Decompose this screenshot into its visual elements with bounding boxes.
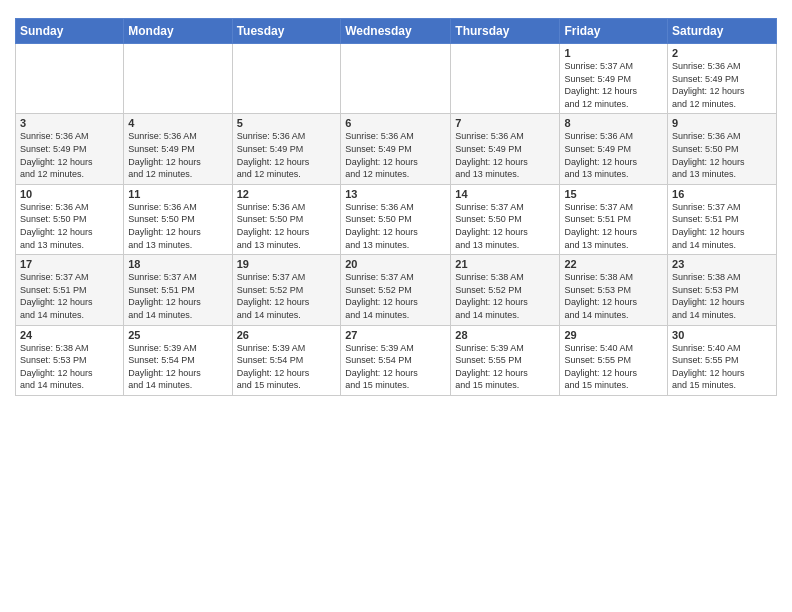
calendar-cell: 25Sunrise: 5:39 AM Sunset: 5:54 PM Dayli…	[124, 325, 232, 395]
day-info: Sunrise: 5:36 AM Sunset: 5:50 PM Dayligh…	[128, 201, 227, 251]
calendar-week-row: 3Sunrise: 5:36 AM Sunset: 5:49 PM Daylig…	[16, 114, 777, 184]
day-info: Sunrise: 5:38 AM Sunset: 5:52 PM Dayligh…	[455, 271, 555, 321]
calendar-table: SundayMondayTuesdayWednesdayThursdayFrid…	[15, 18, 777, 396]
day-info: Sunrise: 5:36 AM Sunset: 5:50 PM Dayligh…	[672, 130, 772, 180]
day-number: 1	[564, 47, 663, 59]
calendar-cell: 2Sunrise: 5:36 AM Sunset: 5:49 PM Daylig…	[668, 44, 777, 114]
calendar-cell: 22Sunrise: 5:38 AM Sunset: 5:53 PM Dayli…	[560, 255, 668, 325]
day-number: 20	[345, 258, 446, 270]
calendar-cell: 14Sunrise: 5:37 AM Sunset: 5:50 PM Dayli…	[451, 184, 560, 254]
day-number: 10	[20, 188, 119, 200]
day-info: Sunrise: 5:39 AM Sunset: 5:55 PM Dayligh…	[455, 342, 555, 392]
day-info: Sunrise: 5:36 AM Sunset: 5:50 PM Dayligh…	[237, 201, 337, 251]
day-info: Sunrise: 5:37 AM Sunset: 5:51 PM Dayligh…	[672, 201, 772, 251]
day-info: Sunrise: 5:40 AM Sunset: 5:55 PM Dayligh…	[564, 342, 663, 392]
day-info: Sunrise: 5:37 AM Sunset: 5:51 PM Dayligh…	[128, 271, 227, 321]
calendar-cell: 29Sunrise: 5:40 AM Sunset: 5:55 PM Dayli…	[560, 325, 668, 395]
calendar-cell: 6Sunrise: 5:36 AM Sunset: 5:49 PM Daylig…	[341, 114, 451, 184]
calendar-cell: 23Sunrise: 5:38 AM Sunset: 5:53 PM Dayli…	[668, 255, 777, 325]
calendar-cell: 1Sunrise: 5:37 AM Sunset: 5:49 PM Daylig…	[560, 44, 668, 114]
day-info: Sunrise: 5:36 AM Sunset: 5:49 PM Dayligh…	[672, 60, 772, 110]
weekday-header: Tuesday	[232, 19, 341, 44]
day-number: 5	[237, 117, 337, 129]
day-number: 21	[455, 258, 555, 270]
calendar-cell: 30Sunrise: 5:40 AM Sunset: 5:55 PM Dayli…	[668, 325, 777, 395]
day-info: Sunrise: 5:36 AM Sunset: 5:49 PM Dayligh…	[455, 130, 555, 180]
calendar-cell: 28Sunrise: 5:39 AM Sunset: 5:55 PM Dayli…	[451, 325, 560, 395]
calendar-cell: 19Sunrise: 5:37 AM Sunset: 5:52 PM Dayli…	[232, 255, 341, 325]
calendar-cell	[341, 44, 451, 114]
day-number: 27	[345, 329, 446, 341]
day-number: 29	[564, 329, 663, 341]
calendar-week-row: 24Sunrise: 5:38 AM Sunset: 5:53 PM Dayli…	[16, 325, 777, 395]
day-info: Sunrise: 5:36 AM Sunset: 5:49 PM Dayligh…	[345, 130, 446, 180]
calendar-cell: 17Sunrise: 5:37 AM Sunset: 5:51 PM Dayli…	[16, 255, 124, 325]
day-number: 12	[237, 188, 337, 200]
weekday-header: Monday	[124, 19, 232, 44]
calendar-cell: 10Sunrise: 5:36 AM Sunset: 5:50 PM Dayli…	[16, 184, 124, 254]
calendar-cell: 16Sunrise: 5:37 AM Sunset: 5:51 PM Dayli…	[668, 184, 777, 254]
calendar-cell: 12Sunrise: 5:36 AM Sunset: 5:50 PM Dayli…	[232, 184, 341, 254]
day-number: 7	[455, 117, 555, 129]
calendar-cell: 4Sunrise: 5:36 AM Sunset: 5:49 PM Daylig…	[124, 114, 232, 184]
weekday-header: Thursday	[451, 19, 560, 44]
calendar-cell	[232, 44, 341, 114]
day-number: 18	[128, 258, 227, 270]
weekday-header: Wednesday	[341, 19, 451, 44]
day-info: Sunrise: 5:37 AM Sunset: 5:51 PM Dayligh…	[20, 271, 119, 321]
calendar-cell: 24Sunrise: 5:38 AM Sunset: 5:53 PM Dayli…	[16, 325, 124, 395]
calendar-cell: 3Sunrise: 5:36 AM Sunset: 5:49 PM Daylig…	[16, 114, 124, 184]
day-number: 26	[237, 329, 337, 341]
day-info: Sunrise: 5:37 AM Sunset: 5:49 PM Dayligh…	[564, 60, 663, 110]
page: General Blue SundayMondayTuesdayWednesda…	[0, 0, 792, 411]
day-info: Sunrise: 5:36 AM Sunset: 5:49 PM Dayligh…	[237, 130, 337, 180]
day-number: 15	[564, 188, 663, 200]
calendar-cell: 8Sunrise: 5:36 AM Sunset: 5:49 PM Daylig…	[560, 114, 668, 184]
day-info: Sunrise: 5:40 AM Sunset: 5:55 PM Dayligh…	[672, 342, 772, 392]
calendar-cell: 26Sunrise: 5:39 AM Sunset: 5:54 PM Dayli…	[232, 325, 341, 395]
day-number: 22	[564, 258, 663, 270]
calendar-cell: 15Sunrise: 5:37 AM Sunset: 5:51 PM Dayli…	[560, 184, 668, 254]
weekday-header: Sunday	[16, 19, 124, 44]
calendar-cell	[124, 44, 232, 114]
day-info: Sunrise: 5:37 AM Sunset: 5:51 PM Dayligh…	[564, 201, 663, 251]
day-number: 3	[20, 117, 119, 129]
day-number: 4	[128, 117, 227, 129]
calendar-cell: 13Sunrise: 5:36 AM Sunset: 5:50 PM Dayli…	[341, 184, 451, 254]
day-info: Sunrise: 5:39 AM Sunset: 5:54 PM Dayligh…	[237, 342, 337, 392]
calendar-cell: 5Sunrise: 5:36 AM Sunset: 5:49 PM Daylig…	[232, 114, 341, 184]
day-number: 13	[345, 188, 446, 200]
day-info: Sunrise: 5:36 AM Sunset: 5:49 PM Dayligh…	[128, 130, 227, 180]
day-info: Sunrise: 5:37 AM Sunset: 5:52 PM Dayligh…	[237, 271, 337, 321]
weekday-header-row: SundayMondayTuesdayWednesdayThursdayFrid…	[16, 19, 777, 44]
calendar-cell	[16, 44, 124, 114]
day-number: 8	[564, 117, 663, 129]
day-info: Sunrise: 5:38 AM Sunset: 5:53 PM Dayligh…	[672, 271, 772, 321]
day-number: 2	[672, 47, 772, 59]
day-number: 17	[20, 258, 119, 270]
day-number: 25	[128, 329, 227, 341]
day-number: 11	[128, 188, 227, 200]
calendar-cell: 18Sunrise: 5:37 AM Sunset: 5:51 PM Dayli…	[124, 255, 232, 325]
day-number: 6	[345, 117, 446, 129]
day-number: 23	[672, 258, 772, 270]
day-number: 19	[237, 258, 337, 270]
weekday-header: Saturday	[668, 19, 777, 44]
day-info: Sunrise: 5:37 AM Sunset: 5:52 PM Dayligh…	[345, 271, 446, 321]
day-number: 16	[672, 188, 772, 200]
calendar-cell: 21Sunrise: 5:38 AM Sunset: 5:52 PM Dayli…	[451, 255, 560, 325]
day-info: Sunrise: 5:36 AM Sunset: 5:49 PM Dayligh…	[564, 130, 663, 180]
day-info: Sunrise: 5:36 AM Sunset: 5:50 PM Dayligh…	[20, 201, 119, 251]
calendar-cell: 9Sunrise: 5:36 AM Sunset: 5:50 PM Daylig…	[668, 114, 777, 184]
day-info: Sunrise: 5:38 AM Sunset: 5:53 PM Dayligh…	[564, 271, 663, 321]
day-number: 30	[672, 329, 772, 341]
calendar-week-row: 10Sunrise: 5:36 AM Sunset: 5:50 PM Dayli…	[16, 184, 777, 254]
day-info: Sunrise: 5:37 AM Sunset: 5:50 PM Dayligh…	[455, 201, 555, 251]
day-number: 14	[455, 188, 555, 200]
calendar-cell: 11Sunrise: 5:36 AM Sunset: 5:50 PM Dayli…	[124, 184, 232, 254]
calendar-week-row: 1Sunrise: 5:37 AM Sunset: 5:49 PM Daylig…	[16, 44, 777, 114]
day-info: Sunrise: 5:39 AM Sunset: 5:54 PM Dayligh…	[128, 342, 227, 392]
day-info: Sunrise: 5:36 AM Sunset: 5:50 PM Dayligh…	[345, 201, 446, 251]
day-number: 9	[672, 117, 772, 129]
calendar-week-row: 17Sunrise: 5:37 AM Sunset: 5:51 PM Dayli…	[16, 255, 777, 325]
